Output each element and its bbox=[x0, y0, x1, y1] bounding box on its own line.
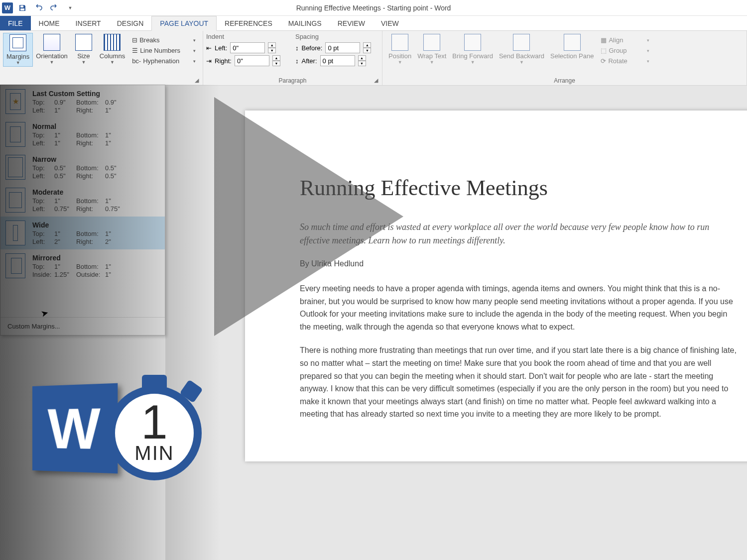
margins-dropdown: ★ Last Custom Setting Top:0.9" Bottom:0.… bbox=[0, 85, 165, 336]
selection-pane-button[interactable]: Selection Pane bbox=[547, 33, 597, 66]
timer-unit: MIN bbox=[134, 442, 174, 464]
chevron-down-icon: ▾ bbox=[193, 59, 196, 64]
tab-file[interactable]: FILE bbox=[0, 16, 31, 30]
quick-access-toolbar: ▼ bbox=[18, 3, 75, 12]
svg-rect-1 bbox=[20, 8, 24, 10]
position-label: Position bbox=[388, 53, 411, 60]
wrap-text-icon bbox=[423, 34, 440, 51]
tab-references[interactable]: REFERENCES bbox=[217, 16, 280, 30]
rotate-button[interactable]: ⟳Rotate▾ bbox=[600, 56, 650, 66]
save-button[interactable] bbox=[18, 3, 27, 12]
breaks-button[interactable]: ⊟Breaks▾ bbox=[131, 35, 197, 45]
custom-margins-button[interactable]: Custom Margins... bbox=[0, 317, 165, 335]
orientation-button[interactable]: Orientation ▼ bbox=[33, 33, 71, 67]
document-page[interactable]: Running Effective Meetings So much time … bbox=[245, 111, 747, 461]
margins-wide-icon bbox=[5, 221, 25, 245]
tab-view[interactable]: VIEW bbox=[373, 16, 407, 30]
chevron-down-icon: ▾ bbox=[193, 38, 196, 43]
tab-review[interactable]: REVIEW bbox=[330, 16, 373, 30]
align-icon: ▦ bbox=[601, 36, 607, 44]
indent-left-label: Left: bbox=[215, 44, 227, 52]
margins-normal-icon bbox=[5, 122, 25, 147]
send-backward-button[interactable]: Send Backward▼ bbox=[496, 33, 547, 66]
margins-icon bbox=[9, 34, 26, 51]
spin-down[interactable]: ▼ bbox=[268, 48, 276, 53]
wrap-text-button[interactable]: Wrap Text▼ bbox=[414, 33, 449, 66]
indent-left-icon: ⇤ bbox=[206, 44, 212, 52]
spacing-after-input[interactable] bbox=[320, 55, 355, 66]
line-numbers-button[interactable]: ☰Line Numbers▾ bbox=[131, 45, 197, 56]
chevron-down-icon: ▾ bbox=[647, 38, 649, 43]
spin-down[interactable]: ▼ bbox=[358, 61, 366, 66]
spacing-after-label: After: bbox=[301, 57, 317, 65]
spacing-before-icon: ↕ bbox=[295, 44, 299, 52]
margins-button[interactable]: Margins ▼ bbox=[3, 33, 33, 67]
window-title: Running Effective Meetings - Starting po… bbox=[296, 4, 451, 12]
indent-right-input[interactable] bbox=[235, 55, 269, 66]
orientation-label: Orientation bbox=[36, 53, 68, 60]
margins-option-normal[interactable]: Normal Top:1" Bottom:1" Left:1" Right:1" bbox=[0, 118, 165, 151]
spin-up[interactable]: ▲ bbox=[358, 55, 366, 61]
margins-option-moderate[interactable]: Moderate Top:1" Bottom:1" Left:0.75" Rig… bbox=[0, 184, 165, 217]
position-button[interactable]: Position▼ bbox=[385, 33, 414, 66]
send-backward-label: Send Backward bbox=[499, 53, 544, 60]
margins-option-wide[interactable]: Wide Top:1" Bottom:1" Left:2" Right:2" bbox=[0, 217, 165, 249]
document-title: Running Effective Meetings bbox=[300, 175, 738, 201]
group-button[interactable]: ⬚Group▾ bbox=[600, 45, 650, 56]
columns-label: Columns bbox=[100, 53, 125, 60]
indent-label: Indent bbox=[206, 33, 280, 41]
size-button[interactable]: Size ▼ bbox=[71, 33, 97, 67]
redo-button[interactable] bbox=[50, 3, 59, 12]
align-label: Align bbox=[609, 36, 623, 44]
indent-left-input[interactable] bbox=[230, 42, 265, 53]
undo-button[interactable] bbox=[34, 3, 43, 12]
page-setup-launcher[interactable]: ◢ bbox=[195, 77, 201, 83]
tab-page-layout[interactable]: PAGE LAYOUT bbox=[151, 16, 217, 31]
spacing-before-label: Before: bbox=[301, 44, 322, 52]
word-app-icon: W bbox=[2, 2, 13, 13]
margins-narrow-title: Narrow bbox=[32, 155, 160, 163]
group-arrange: Position▼ Wrap Text▼ Bring Forward▼ Send… bbox=[382, 31, 747, 85]
bring-forward-button[interactable]: Bring Forward▼ bbox=[449, 33, 496, 66]
tab-mailings[interactable]: MAILINGS bbox=[280, 16, 330, 30]
position-icon bbox=[391, 34, 408, 51]
margins-option-last-custom[interactable]: ★ Last Custom Setting Top:0.9" Bottom:0.… bbox=[0, 85, 165, 118]
margins-option-mirrored[interactable]: Mirrored Top:1" Bottom:1" Inside:1.25" O… bbox=[0, 249, 165, 282]
columns-button[interactable]: Columns ▼ bbox=[97, 33, 128, 67]
margins-narrow-icon bbox=[5, 155, 25, 180]
tab-home[interactable]: HOME bbox=[31, 16, 68, 30]
columns-icon bbox=[104, 34, 121, 51]
timer-number: 1 bbox=[141, 402, 167, 443]
margins-option-narrow[interactable]: Narrow Top:0.5" Bottom:0.5" Left:0.5" Ri… bbox=[0, 151, 165, 184]
group-icon: ⬚ bbox=[601, 47, 607, 54]
document-author: By Ulrika Hedlund bbox=[300, 259, 738, 268]
spin-up[interactable]: ▲ bbox=[268, 42, 276, 48]
ribbon: Margins ▼ Orientation ▼ Size ▼ Columns ▼… bbox=[0, 31, 747, 86]
qat-customize-button[interactable]: ▼ bbox=[66, 3, 75, 12]
chevron-down-icon: ▼ bbox=[16, 60, 20, 65]
spin-up[interactable]: ▲ bbox=[363, 42, 371, 48]
tab-design[interactable]: DESIGN bbox=[109, 16, 152, 30]
margins-last-icon: ★ bbox=[5, 89, 25, 114]
spin-down[interactable]: ▼ bbox=[272, 61, 280, 66]
breaks-label: Breaks bbox=[139, 36, 159, 44]
rotate-label: Rotate bbox=[608, 57, 627, 65]
align-button[interactable]: ▦Align▾ bbox=[600, 35, 650, 45]
tab-insert[interactable]: INSERT bbox=[68, 16, 109, 30]
margins-moderate-title: Moderate bbox=[32, 188, 160, 196]
chevron-down-icon: ▼ bbox=[430, 60, 434, 65]
spin-up[interactable]: ▲ bbox=[272, 55, 280, 61]
wrap-text-label: Wrap Text bbox=[417, 53, 446, 60]
document-subtitle: So much time and effort is wasted at eve… bbox=[300, 221, 738, 247]
selection-pane-label: Selection Pane bbox=[550, 53, 594, 60]
hyphenation-button[interactable]: bc‑Hyphenation▾ bbox=[131, 56, 197, 66]
margins-moderate-icon bbox=[5, 188, 25, 213]
rotate-icon: ⟳ bbox=[601, 57, 606, 65]
chevron-down-icon: ▾ bbox=[647, 48, 649, 53]
chevron-down-icon: ▾ bbox=[193, 48, 196, 53]
timer-icon: 1 MIN bbox=[102, 376, 207, 480]
spin-down[interactable]: ▼ bbox=[363, 48, 371, 53]
spacing-before-input[interactable] bbox=[325, 42, 360, 53]
paragraph-launcher[interactable]: ◢ bbox=[374, 77, 380, 83]
document-paragraph: There is nothing more frustrating than m… bbox=[300, 344, 738, 421]
